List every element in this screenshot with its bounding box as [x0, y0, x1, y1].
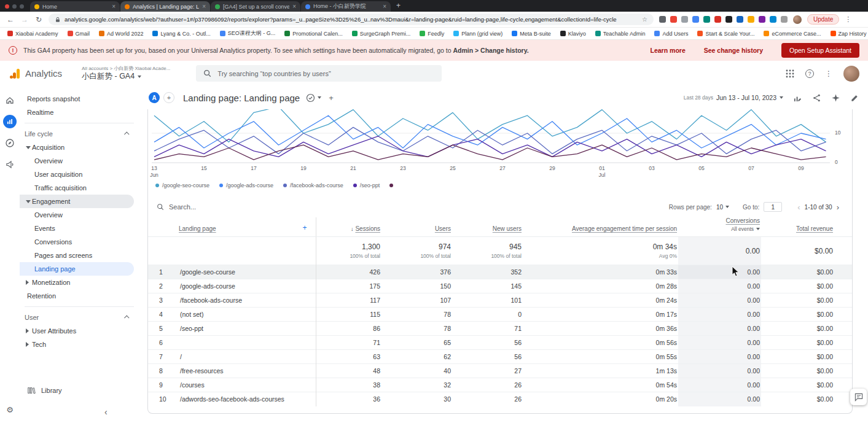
- sidebar-item-overview[interactable]: Overview: [20, 154, 140, 168]
- see-change-history-link[interactable]: See change history: [704, 47, 763, 54]
- admin-gear-icon[interactable]: ⚙: [0, 405, 20, 414]
- sidebar-item-overview[interactable]: Overview: [20, 208, 140, 222]
- column-header-avg-engagement[interactable]: Average engagement time per session: [572, 225, 677, 232]
- bookmark-item-xiaobai-academy[interactable]: Xiaobai Academy: [7, 31, 58, 37]
- banner-admin-link[interactable]: Admin > Change history.: [453, 47, 528, 54]
- sidebar-item-library[interactable]: Library: [20, 386, 62, 395]
- extension-icon[interactable]: [770, 16, 776, 23]
- sidebar-section-life-cycle[interactable]: Life cycle: [20, 127, 140, 141]
- extension-icon[interactable]: [759, 16, 765, 23]
- global-search[interactable]: Try searching “top countries by users”: [196, 65, 442, 82]
- sidebar-item-user-attributes[interactable]: User Attributes: [20, 324, 140, 338]
- sidebar-item-retention[interactable]: Retention: [20, 289, 140, 303]
- tab-close-icon[interactable]: ×: [202, 4, 206, 10]
- update-button[interactable]: Update: [807, 14, 839, 25]
- add-comparison-button[interactable]: +: [163, 92, 174, 103]
- explore-icon[interactable]: [3, 136, 17, 150]
- address-bar[interactable]: analytics.google.com/analytics/web/?auth…: [49, 14, 654, 25]
- chevron-down-icon[interactable]: [318, 96, 321, 99]
- extension-icon[interactable]: [737, 16, 743, 23]
- add-report-button[interactable]: +: [329, 93, 334, 103]
- browser-profile-avatar[interactable]: [793, 15, 802, 24]
- bookmark-item-feedly[interactable]: Feedly: [420, 31, 444, 37]
- next-page-icon[interactable]: ›: [832, 203, 843, 211]
- tab-close-icon[interactable]: ×: [292, 4, 296, 10]
- learn-more-link[interactable]: Learn more: [651, 47, 686, 54]
- collapse-sidebar-icon[interactable]: ‹: [104, 407, 108, 417]
- conversions-event-filter[interactable]: All events: [678, 226, 760, 232]
- browser-tab-home[interactable]: Home×: [30, 1, 120, 12]
- bookmark-item-start-scale-your[interactable]: Start & Scale Your...: [697, 31, 754, 37]
- extension-icon[interactable]: [781, 16, 788, 23]
- reports-icon[interactable]: [3, 115, 17, 128]
- table-search[interactable]: Search...: [157, 203, 196, 211]
- bookmark-item-surgegraph-premi[interactable]: SurgeGraph Premi...: [352, 31, 411, 37]
- bookmark-item-meta-b-suite[interactable]: Meta B-suite: [512, 31, 551, 37]
- sidebar-item-traffic-acquisition[interactable]: Traffic acquisition: [20, 181, 140, 195]
- extension-icon[interactable]: [681, 16, 688, 23]
- window-zoom-button[interactable]: [20, 4, 24, 9]
- sidebar-item-pages-and-screens[interactable]: Pages and screens: [20, 249, 140, 262]
- extension-icon[interactable]: [748, 16, 754, 23]
- bookmark-item-ecommerce-case[interactable]: eCommerce Case...: [764, 31, 821, 37]
- extension-icon[interactable]: [659, 16, 666, 23]
- extension-icon[interactable]: [670, 16, 677, 23]
- help-icon[interactable]: ?: [805, 69, 814, 78]
- sidebar-item-realtime[interactable]: Realtime: [20, 106, 140, 119]
- column-header-new-users[interactable]: New users: [493, 225, 522, 232]
- browser-tab-ga4-set-up-a-scroll-conversi[interactable]: [GA4] Set up a scroll conversi×: [211, 1, 300, 12]
- home-icon[interactable]: [3, 93, 17, 107]
- new-tab-button[interactable]: +: [391, 1, 405, 12]
- reload-button[interactable]: ↻: [34, 16, 43, 23]
- feedback-button[interactable]: [850, 389, 867, 405]
- comparison-chip[interactable]: A: [149, 92, 160, 103]
- bookmark-item-zap-history[interactable]: Zap History: [831, 31, 867, 37]
- bookmark-item-add-users[interactable]: Add Users: [654, 31, 688, 37]
- date-range-picker[interactable]: Last 28 days Jun 13 - Jul 10, 2023: [684, 94, 783, 101]
- share-icon[interactable]: [812, 93, 821, 103]
- property-picker[interactable]: All accounts > 小白新势 Xiaobai Acade... 小白新…: [82, 66, 170, 82]
- sidebar-item-reports-snapshot[interactable]: Reports snapshot: [20, 92, 140, 106]
- customize-report-icon[interactable]: [793, 93, 802, 103]
- column-header-landing-page[interactable]: Landing page: [179, 225, 216, 232]
- advertising-icon[interactable]: [3, 158, 17, 171]
- sidebar-item-conversions[interactable]: Conversions: [20, 235, 140, 249]
- sidebar-item-monetization[interactable]: Monetization: [20, 276, 140, 289]
- window-minimize-button[interactable]: [12, 4, 17, 9]
- tab-close-icon[interactable]: ×: [383, 4, 386, 10]
- rows-per-page-select[interactable]: 10: [716, 204, 729, 211]
- edit-report-icon[interactable]: [850, 93, 859, 103]
- back-button[interactable]: ←: [6, 16, 15, 23]
- more-options-icon[interactable]: ⋮: [825, 69, 832, 78]
- sidebar-item-landing-page[interactable]: Landing page: [20, 262, 134, 276]
- tab-close-icon[interactable]: ×: [112, 4, 115, 10]
- extension-icon[interactable]: [725, 16, 732, 23]
- saved-check-icon[interactable]: [306, 93, 315, 103]
- column-header-users[interactable]: Users: [435, 225, 451, 232]
- column-header-sessions[interactable]: Sessions: [355, 225, 380, 232]
- apps-grid-icon[interactable]: [786, 69, 794, 78]
- browser-menu-icon[interactable]: ⋮: [845, 15, 851, 23]
- window-close-button[interactable]: [5, 4, 9, 9]
- extension-icon[interactable]: [692, 16, 699, 23]
- sidebar-item-events[interactable]: Events: [20, 222, 140, 235]
- bookmark-item-gmail[interactable]: Gmail: [68, 31, 90, 37]
- insights-icon[interactable]: [831, 93, 840, 103]
- sidebar-item-tech[interactable]: Tech: [20, 338, 140, 351]
- extension-icon[interactable]: [714, 16, 721, 23]
- bookmark-item-teachable-admin[interactable]: Teachable Admin: [595, 31, 646, 37]
- open-setup-assistant-button[interactable]: Open Setup Assistant: [781, 43, 859, 58]
- extension-icon[interactable]: [703, 16, 710, 23]
- prev-page-icon[interactable]: ‹: [793, 203, 804, 211]
- bookmark-item-plann-grid-view[interactable]: Plann (grid view): [453, 31, 502, 37]
- bookmark-item-promotional-calen[interactable]: Promotional Calen...: [284, 31, 343, 37]
- add-dimension-button[interactable]: +: [302, 223, 307, 232]
- sidebar-item-user-acquisition[interactable]: User acquisition: [20, 168, 140, 181]
- column-header-total-revenue[interactable]: Total revenue: [796, 225, 833, 232]
- sidebar-section-user[interactable]: User: [20, 311, 140, 324]
- sidebar-item-acquisition[interactable]: Acquisition: [20, 141, 140, 154]
- browser-tab-home[interactable]: Home - 小白新势学院×: [301, 1, 391, 12]
- bookmark-item-lyang-co-outl[interactable]: Lyang & Co. - Outl...: [152, 31, 210, 37]
- browser-tab-analytics-landing-page-land[interactable]: Analytics | Landing page: Land×: [120, 1, 210, 12]
- user-avatar[interactable]: [843, 66, 859, 82]
